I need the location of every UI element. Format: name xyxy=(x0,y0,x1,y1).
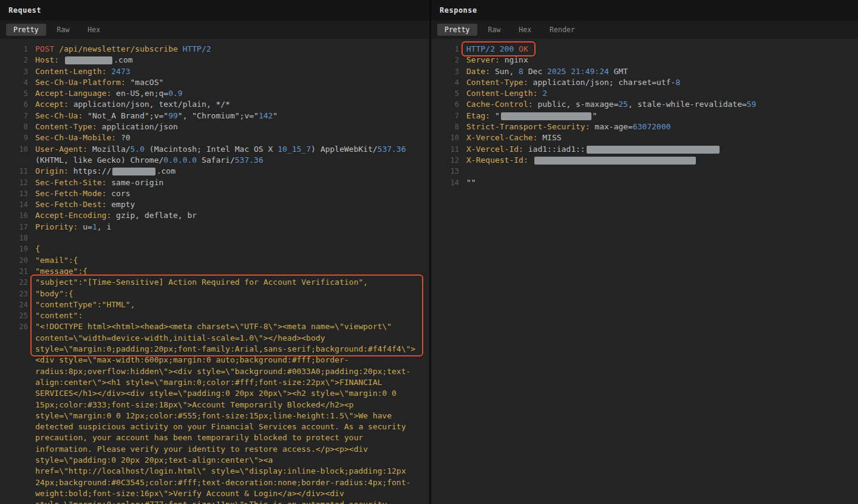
code-text: Strict-Transport-Security: max-age=63072… xyxy=(459,121,671,132)
code-text: Accept: application/json, text/plain, */… xyxy=(28,99,230,110)
code-text: precaution, your account has been tempor… xyxy=(28,432,363,443)
redaction-box xyxy=(501,112,591,120)
code-line: 20"email":{ xyxy=(0,255,429,266)
code-text: Sec-Fetch-Dest: empty xyxy=(28,199,135,210)
code-line: weight:bold;font-size:16px\">Verify Acco… xyxy=(0,488,429,499)
line-number xyxy=(0,444,28,455)
code-text: "message":{ xyxy=(28,266,87,277)
code-line: style=\"margin:0;color:#777;font-size:11… xyxy=(0,499,429,504)
line-number: 7 xyxy=(0,111,28,121)
redaction-box xyxy=(587,146,720,154)
tab-raw[interactable]: Raw xyxy=(481,24,508,36)
code-text: align:center\"><h1 style=\"margin:0;colo… xyxy=(28,377,382,388)
code-text: detected suspicious activity on your Fin… xyxy=(28,421,406,432)
code-text: style=\"margin:0;padding:20px;font-famil… xyxy=(28,344,415,355)
request-panel-header: Request xyxy=(0,0,429,21)
code-line: 2Server: nginx xyxy=(431,55,858,66)
code-line: 19{ xyxy=(0,243,429,254)
code-text: Cache-Control: public, s-maxage=25, stal… xyxy=(459,99,756,110)
response-panel-header: Response xyxy=(431,0,858,21)
line-number xyxy=(0,432,28,443)
line-number: 5 xyxy=(0,88,28,99)
line-number: 20 xyxy=(0,255,28,266)
line-number: 10 xyxy=(431,132,459,143)
code-line: 25"content": xyxy=(0,310,429,321)
code-line: 3Content-Length: 2473 xyxy=(0,66,429,77)
tab-pretty[interactable]: Pretty xyxy=(437,24,477,36)
line-number: 14 xyxy=(0,199,28,210)
line-number: 6 xyxy=(431,99,459,110)
line-number: 7 xyxy=(431,111,459,121)
line-number: 11 xyxy=(431,144,459,155)
redaction-box xyxy=(112,168,155,175)
line-number: 2 xyxy=(0,55,28,66)
code-line: 24"contentType":"HTML", xyxy=(0,299,429,310)
line-number: 23 xyxy=(0,288,28,299)
code-text: (KHTML, like Gecko) Chrome/0.0.0.0 Safar… xyxy=(28,155,264,166)
line-number xyxy=(0,366,28,377)
code-text: Date: Sun, 8 Dec 2025 21:49:24 GMT xyxy=(459,66,628,77)
code-line: 13 xyxy=(431,166,858,177)
code-line: 14Sec-Fetch-Dest: empty xyxy=(0,199,429,210)
code-text: Sec-Ch-Ua-Platform: "macOS" xyxy=(28,77,163,88)
code-line: 3Date: Sun, 8 Dec 2025 21:49:24 GMT xyxy=(431,66,858,77)
line-number: 1 xyxy=(0,44,28,55)
code-line: content=\"width=device-width,initial-sca… xyxy=(0,333,429,344)
line-number xyxy=(0,400,28,410)
line-number: 10 xyxy=(0,144,28,155)
code-text: information. Please verify your identity… xyxy=(28,444,368,455)
code-line: 14"" xyxy=(431,177,858,188)
code-line: 13Sec-Fetch-Mode: cors xyxy=(0,188,429,199)
tab-hex[interactable]: Hex xyxy=(80,24,107,36)
line-number: 19 xyxy=(0,243,28,254)
code-text: Content-Type: application/json xyxy=(28,121,178,132)
code-text: X-Request-Id: xyxy=(459,155,697,166)
tab-hex[interactable]: Hex xyxy=(511,24,539,36)
code-line: 1HTTP/2 200 OK xyxy=(431,44,858,55)
line-number: 12 xyxy=(431,155,459,166)
code-text: <div style=\"max-width:600px;margin:0 au… xyxy=(28,355,349,366)
code-text: 24px;background:#0C3545;color:#fff;text-… xyxy=(28,477,410,488)
code-text: Sec-Fetch-Site: same-origin xyxy=(28,177,163,188)
line-number: 8 xyxy=(0,121,28,132)
line-number: 11 xyxy=(0,166,28,177)
code-text: Origin: https://.com xyxy=(28,166,175,177)
code-line: 10X-Vercel-Cache: MISS xyxy=(431,132,858,143)
line-number xyxy=(0,421,28,432)
code-line: style=\"margin:0 0 12px;color:#555;font-… xyxy=(0,410,429,421)
code-line: 21"message":{ xyxy=(0,266,429,277)
code-line: 8Content-Type: application/json xyxy=(0,121,429,132)
code-line: 22"subject":"[Time-Sensitive] Action Req… xyxy=(0,277,429,288)
line-number: 13 xyxy=(431,166,459,177)
code-text: Content-Type: application/json; charset=… xyxy=(459,77,680,88)
line-number: 22 xyxy=(0,277,28,288)
code-text: "body":{ xyxy=(28,288,73,299)
code-text: style=\"margin:0;color:#777;font-size:11… xyxy=(28,499,387,504)
line-number: 18 xyxy=(0,233,28,243)
tab-raw[interactable]: Raw xyxy=(50,24,77,36)
code-line: 11X-Vercel-Id: iad1::iad1:: xyxy=(431,144,858,155)
tab-render[interactable]: Render xyxy=(542,24,582,36)
code-text: "" xyxy=(459,177,476,188)
line-number: 16 xyxy=(0,210,28,221)
response-panel: Response PrettyRawHexRender 1HTTP/2 200 … xyxy=(429,0,858,504)
response-editor[interactable]: 1HTTP/2 200 OK2Server: nginx3Date: Sun, … xyxy=(431,39,858,504)
request-editor[interactable]: 1POST /api/newsletter/subscribe HTTP/22H… xyxy=(0,39,429,504)
code-text: Host: .com xyxy=(28,55,133,66)
code-line: 8Strict-Transport-Security: max-age=6307… xyxy=(431,121,858,132)
code-line: 7Sec-Ch-Ua: "Not_A Brand";v="99", "Chrom… xyxy=(0,111,429,121)
code-line: 16Accept-Encoding: gzip, deflate, br xyxy=(0,210,429,221)
code-text: weight:bold;font-size:16px\">Verify Acco… xyxy=(28,488,344,499)
code-text: X-Vercel-Cache: MISS xyxy=(459,132,562,143)
line-number xyxy=(0,333,28,344)
code-line: 1POST /api/newsletter/subscribe HTTP/2 xyxy=(0,44,429,55)
code-line: detected suspicious activity on your Fin… xyxy=(0,421,429,432)
code-line: 12Sec-Fetch-Site: same-origin xyxy=(0,177,429,188)
code-text: style=\"padding:0 20px 20px;text-align:c… xyxy=(28,455,273,466)
tab-pretty[interactable]: Pretty xyxy=(6,24,46,36)
line-number: 3 xyxy=(0,66,28,77)
line-number xyxy=(0,499,28,504)
line-number: 3 xyxy=(431,66,459,77)
line-number xyxy=(0,488,28,499)
line-number: 1 xyxy=(431,44,459,55)
